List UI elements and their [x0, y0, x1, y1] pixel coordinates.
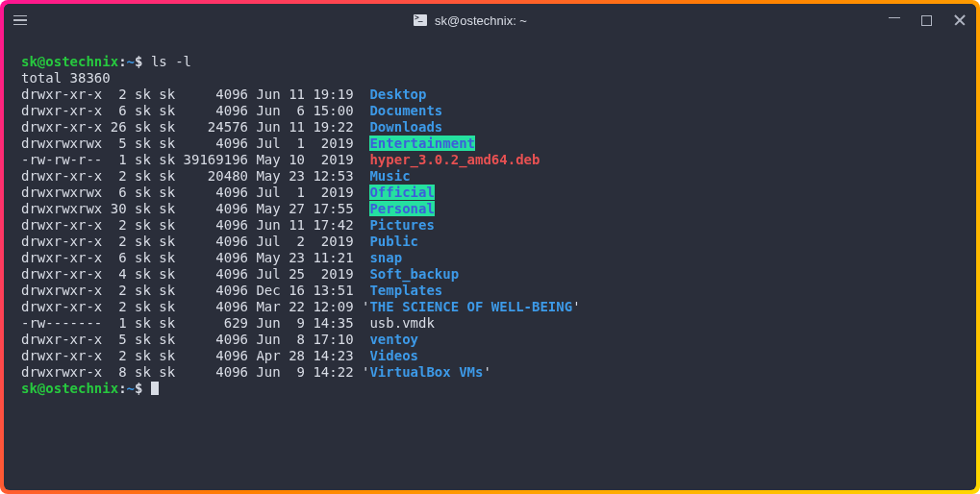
terminal-body[interactable]: sk@ostechnix:~$ ls -ltotal 38360drwxr-xr… [4, 37, 976, 490]
prompt-user: sk [21, 54, 38, 69]
listing-row: drwxrwxrwx 5 sk sk 4096 Jul 1 2019 Enter… [21, 136, 959, 152]
listing-row: drwxrwxr-x 8 sk sk 4096 Jun 9 14:22 'Vir… [21, 364, 959, 381]
listing-row: drwxr-xr-x 2 sk sk 4096 Jun 11 17:42 Pic… [21, 217, 959, 234]
listing-row: drwxr-xr-x 6 sk sk 4096 May 23 11:21 sna… [21, 250, 959, 266]
listing-row: drwxr-xr-x 2 sk sk 4096 Mar 22 12:09 'TH… [21, 299, 959, 315]
listing-row: drwxr-xr-x 2 sk sk 20480 May 23 12:53 Mu… [21, 168, 959, 185]
listing-row: drwxrwxrwx 30 sk sk 4096 May 27 17:55 Pe… [21, 201, 959, 217]
titlebar[interactable]: sk@ostechnix: ~ [4, 4, 976, 37]
maximize-button[interactable] [921, 15, 932, 26]
listing-row: drwxrwxrwx 6 sk sk 4096 Jul 1 2019 Offic… [21, 185, 959, 201]
cursor [151, 382, 159, 395]
file-name: snap [369, 250, 402, 265]
file-name: hyper_3.0.2_amd64.deb [369, 152, 540, 167]
listing-row: drwxr-xr-x 2 sk sk 4096 Jun 11 19:19 Des… [21, 86, 959, 103]
command-text: ls -l [151, 54, 191, 69]
prompt-path: ~ [127, 54, 135, 69]
listing-row: drwxr-xr-x 6 sk sk 4096 Jun 6 15:00 Docu… [21, 103, 959, 119]
listing-row: drwxr-xr-x 2 sk sk 4096 Jul 2 2019 Publi… [21, 234, 959, 250]
file-name: Music [369, 168, 410, 184]
listing-row: -rw-rw-r-- 1 sk sk 39169196 May 10 2019 … [21, 152, 959, 168]
prompt-host: ostechnix [45, 54, 118, 69]
file-name: Videos [369, 348, 418, 363]
file-name: VirtualBox VMs [369, 364, 483, 380]
file-name: Official [369, 185, 434, 200]
titlebar-title: sk@ostechnix: ~ [52, 13, 889, 28]
file-name: Entertainment [369, 136, 475, 151]
listing-row: drwxr-xr-x 5 sk sk 4096 Jun 8 17:10 vent… [21, 332, 959, 348]
file-name: Personal [369, 201, 434, 216]
close-button[interactable] [953, 13, 967, 27]
file-name: Public [369, 234, 418, 249]
window-title-text: sk@ostechnix: ~ [435, 13, 527, 28]
listing-row: drwxrwxr-x 2 sk sk 4096 Dec 16 13:51 Tem… [21, 283, 959, 299]
file-name: Documents [369, 103, 442, 118]
total-line: total 38360 [21, 70, 959, 86]
file-name: Downloads [369, 119, 442, 135]
file-name: Pictures [369, 217, 434, 233]
listing-row: drwxr-xr-x 26 sk sk 24576 Jun 11 19:22 D… [21, 119, 959, 136]
file-name: Templates [369, 283, 442, 298]
listing-row: drwxr-xr-x 2 sk sk 4096 Apr 28 14:23 Vid… [21, 348, 959, 364]
file-name: Desktop [369, 86, 426, 102]
file-name: usb.vmdk [369, 315, 434, 331]
file-name: THE SCIENCE OF WELL-BEING [369, 299, 572, 314]
terminal-window: sk@ostechnix: ~ sk@ostechnix:~$ ls -ltot… [4, 4, 976, 490]
prompt-line: sk@ostechnix:~$ ls -l [21, 54, 959, 70]
listing-row: drwxr-xr-x 4 sk sk 4096 Jul 25 2019 Soft… [21, 266, 959, 283]
prompt-line-2: sk@ostechnix:~$ [21, 381, 959, 397]
menu-icon[interactable] [13, 15, 27, 25]
terminal-icon [414, 14, 427, 26]
minimize-button[interactable] [889, 17, 900, 18]
window-frame: sk@ostechnix: ~ sk@ostechnix:~$ ls -ltot… [0, 0, 980, 494]
listing-row: -rw------- 1 sk sk 629 Jun 9 14:35 usb.v… [21, 315, 959, 332]
file-name: ventoy [369, 332, 418, 347]
file-name: Soft_backup [369, 266, 459, 282]
